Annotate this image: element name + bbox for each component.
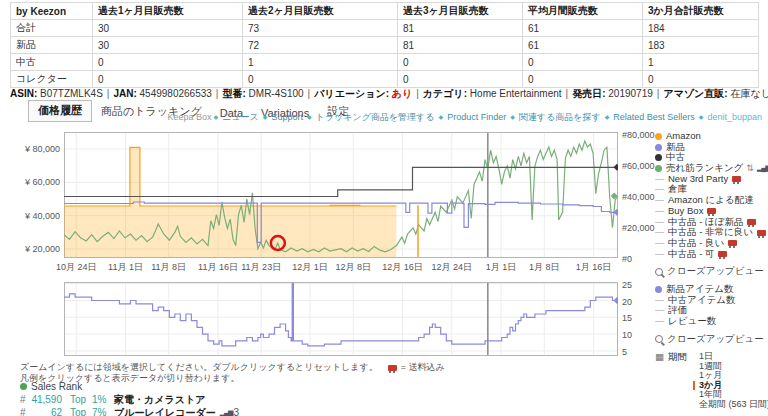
cell: 81 (398, 20, 523, 37)
product-field-value: 20190719 (608, 88, 653, 99)
diamond-separator-icon: ◆ (214, 114, 219, 120)
item-count-chart[interactable] (64, 282, 618, 356)
keepa-link[interactable]: 関連する商品を探す (519, 112, 601, 122)
price-axis-label: ¥ 60,000 (8, 177, 60, 187)
period-label: 期間 (668, 351, 687, 362)
keepa-link[interactable]: ニュース (222, 112, 259, 122)
close-up-view-toggle[interactable]: クローズアップビュー◐ (655, 266, 768, 277)
series-line-Amazon (64, 147, 396, 206)
cell: 30 (93, 37, 243, 54)
sales-rank-title[interactable]: Sales Rank (20, 381, 239, 392)
legend-item[interactable]: —中古品 - 可 (655, 249, 768, 260)
col-header: 過去2ヶ月目販売数 (243, 3, 398, 20)
count-axis-label: 15 (622, 313, 632, 323)
legend-dash-icon: — (655, 305, 664, 316)
product-field-value: あり (392, 88, 412, 99)
rank-value: 41,590 (28, 394, 62, 405)
legend-item[interactable]: —中古品 - 良い (655, 238, 768, 249)
shipping-included-truck-icon (732, 176, 741, 182)
diamond-separator-icon: ◆ (605, 114, 610, 120)
top-percent: 1% (92, 394, 114, 405)
account-link[interactable]: denit_buppan (707, 112, 762, 122)
count-axis-label: 5 (622, 347, 627, 357)
row-label: コレクター (11, 71, 93, 88)
truck-legend-text: = 送料込み (401, 361, 445, 374)
cell: 81 (398, 37, 523, 54)
product-field-value: 4549980266533 (140, 88, 212, 99)
cell: 61 (523, 20, 643, 37)
subranks-chart-icon: ▂▄▆ (757, 163, 768, 174)
diamond-separator-icon: ◆ (699, 114, 704, 120)
separator: | (657, 88, 660, 99)
period-options: 1日1週間1ヶ月3か月1年間全期間 (563 日間) (693, 352, 768, 409)
top-percent: 7% (92, 407, 114, 416)
truck-icon (388, 365, 397, 371)
cell: 30 (93, 20, 243, 37)
cell: 72 (243, 37, 398, 54)
cell: 0 (523, 71, 643, 88)
keepa-link[interactable]: Related Best Sellers (613, 112, 695, 122)
legend-dash-icon: — (655, 227, 664, 238)
price-history-chart[interactable] (64, 132, 618, 258)
subrank-count: 3 (233, 407, 239, 416)
legend-dash-icon: — (655, 238, 664, 249)
x-axis-label: 1月 16日 (562, 261, 626, 274)
sales-summary-table: by Keezon 過去1ヶ月目販売数 過去2ヶ月目販売数 過去3ヶ月目販売数 … (10, 2, 759, 88)
table-row: コレクター 0 0 0 0 0 (11, 71, 759, 88)
product-field-value: B07TZMLK4S (40, 88, 103, 99)
diamond-separator-icon: ◆ (510, 114, 515, 120)
table-header-row: by Keezon 過去1ヶ月目販売数 過去2ヶ月目販売数 過去3ヶ月目販売数 … (11, 3, 759, 20)
separator: | (216, 88, 219, 99)
legend-label: レビュー数 (668, 316, 716, 327)
keepa-link[interactable]: Product Finder (447, 112, 506, 122)
magnifier-icon (655, 268, 663, 276)
cell: 73 (243, 20, 398, 37)
legend-dash-icon: — (655, 174, 664, 185)
rank-axis-label: #60,000 (622, 161, 655, 171)
product-field-value: DMR-4S100 (249, 88, 304, 99)
keepa-link[interactable]: Support (271, 112, 303, 122)
close-up-view-toggle[interactable]: クローズアップビュー◐ (655, 334, 768, 345)
col-header: 過去1ヶ月目販売数 (93, 3, 243, 20)
shipping-included-truck-icon (747, 219, 756, 225)
keepa-price-tracker-page: { "sales_table": { "headers": ["by Keezo… (0, 0, 768, 416)
count-axis-label: 20 (622, 297, 632, 307)
product-field-label: 発売日: (572, 88, 608, 99)
product-field-label: JAN: (113, 88, 139, 99)
legend-label: 中古品 - 可 (668, 249, 714, 260)
shipping-included-truck-icon (757, 230, 766, 236)
end-marker-diamond (614, 164, 619, 171)
row-label: 中古 (11, 54, 93, 71)
cell: 183 (643, 37, 759, 54)
top-label: Top (70, 394, 92, 405)
hash-sign: # (20, 394, 28, 405)
separator: | (416, 88, 419, 99)
separator: | (566, 88, 569, 99)
product-field-value: Home Entertainment (470, 88, 562, 99)
diamond-separator-icon: ◆ (307, 114, 312, 120)
category-name: ブルーレイレコーダー (114, 406, 216, 416)
sort-arrows-icon: ⇅ (746, 163, 754, 174)
legend-dash-icon: — (655, 206, 664, 217)
rank-axis-label: #80,000 (622, 130, 655, 140)
legend-dash-icon: — (655, 217, 664, 228)
cell: 0 (523, 54, 643, 71)
cell: 0 (398, 71, 523, 88)
cell: 184 (643, 20, 759, 37)
legend-dot-icon (655, 133, 662, 140)
keepa-box-label: Keepa Box (168, 112, 212, 122)
legend-item[interactable]: —レビュー数 (655, 316, 768, 327)
legend-item[interactable]: —Buy Box (655, 206, 768, 217)
shipping-included-truck-icon (718, 251, 727, 257)
col-header: by Keezon (11, 3, 93, 20)
tab-price-history[interactable]: 価格履歴 (28, 100, 92, 122)
cell: 1 (643, 54, 759, 71)
period-label-wrap: ▦期間 (655, 352, 687, 409)
row-label: 合計 (11, 20, 93, 37)
keepa-link[interactable]: トラッキング商品を管理する (316, 112, 435, 122)
product-field-label: アマゾン直販: (663, 88, 730, 99)
period-option[interactable]: 全期間 (563 日間) (693, 400, 768, 410)
category-name: 家電・カメラストア (114, 393, 205, 407)
legend-dot-icon (655, 165, 662, 172)
cell: 0 (398, 54, 523, 71)
